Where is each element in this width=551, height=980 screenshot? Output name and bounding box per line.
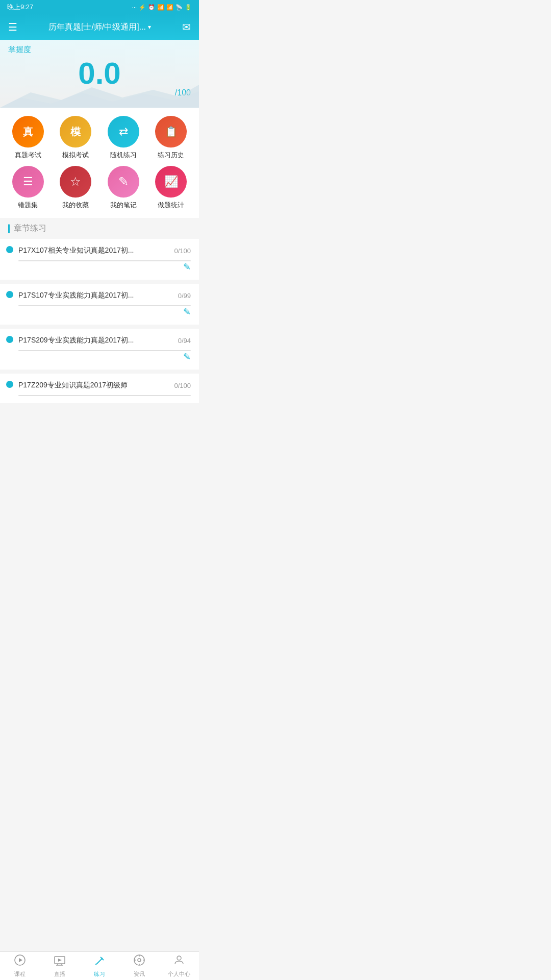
- random-practice-label: 随机练习: [110, 151, 137, 160]
- practice-history-label: 练习历史: [158, 151, 184, 160]
- menu-icon[interactable]: ☰: [8, 21, 17, 33]
- header-title-area[interactable]: 历年真题[士/师/中级通用]... ▾: [48, 22, 151, 33]
- wifi-icon: 📡: [176, 4, 183, 11]
- action-mock-exam[interactable]: 模 模拟考试: [52, 116, 100, 160]
- signal2-icon: 📶: [166, 4, 173, 11]
- list-count-3: 0/94: [178, 337, 191, 345]
- list-top-1: P17X107相关专业知识真题2017初... 0/100: [18, 246, 191, 255]
- favorites-label: 我的收藏: [62, 201, 89, 210]
- signal1-icon: 📶: [157, 4, 164, 11]
- separator-1: [0, 280, 199, 284]
- alarm-icon: ⏰: [148, 4, 155, 11]
- action-wrong-set[interactable]: ☰ 错题集: [4, 166, 52, 210]
- edit-icon-1[interactable]: ✎: [183, 261, 191, 273]
- wrong-set-icon: ☰: [12, 166, 44, 198]
- list-top-4: P17Z209专业知识真题2017初级师 0/100: [18, 381, 191, 390]
- status-bar: 晚上9:27 ··· ⚡ ⏰ 📶 📶 📡 🔋: [0, 0, 199, 14]
- list-bottom-1: ✎: [18, 261, 191, 273]
- list-progress-4: [18, 395, 191, 396]
- list-item-wrapper-4: P17Z209专业知识真题2017初级师 0/100: [0, 374, 199, 403]
- action-notes[interactable]: ✎ 我的笔记: [99, 166, 147, 210]
- list-dot-3: [6, 336, 13, 343]
- list-body-3: P17S209专业实践能力真题2017初... 0/94 ✎: [18, 336, 191, 362]
- real-exam-label: 真题考试: [15, 151, 41, 160]
- list-top-2: P17S107专业实践能力真题2017初... 0/99: [18, 291, 191, 300]
- score-value: 0.0: [8, 57, 191, 90]
- chapter-section-header: 章节练习: [0, 218, 199, 239]
- edit-icon-2[interactable]: ✎: [183, 306, 191, 317]
- stats-label: 做题统计: [158, 201, 184, 210]
- list-title-3: P17S209专业实践能力真题2017初...: [18, 336, 174, 345]
- battery-icon: 🔋: [185, 4, 192, 11]
- list-item-3[interactable]: P17S209专业实践能力真题2017初... 0/94 ✎: [0, 329, 199, 370]
- score-section: 掌握度 0.0 /100: [0, 40, 199, 108]
- list-count-2: 0/99: [178, 292, 191, 300]
- list-item-1[interactable]: P17X107相关专业知识真题2017初... 0/100 ✎: [0, 239, 199, 280]
- action-practice-history[interactable]: 📋 练习历史: [147, 116, 195, 160]
- real-exam-icon: 真: [12, 116, 44, 148]
- status-time: 晚上9:27: [7, 3, 33, 12]
- mock-exam-icon: 模: [60, 116, 91, 148]
- header-title-text: 历年真题[士/师/中级通用]...: [48, 22, 146, 33]
- score-label: 掌握度: [8, 45, 191, 55]
- actions-grid: 真 真题考试 模 模拟考试 ⇄ 随机练习 📋 练习历史: [4, 116, 195, 210]
- stats-icon: 📈: [155, 166, 187, 198]
- mock-exam-label: 模拟考试: [62, 151, 89, 160]
- list-count-4: 0/100: [174, 382, 191, 389]
- list-bottom-2: ✎: [18, 306, 191, 317]
- notes-label: 我的笔记: [110, 201, 137, 210]
- chapter-section-label: 章节练习: [14, 223, 46, 234]
- action-stats[interactable]: 📈 做题统计: [147, 166, 195, 210]
- list-title-1: P17X107相关专业知识真题2017初...: [18, 246, 170, 255]
- dots-icon: ···: [132, 4, 137, 10]
- list-item-wrapper-3: P17S209专业实践能力真题2017初... 0/94 ✎: [0, 329, 199, 370]
- list-title-4: P17Z209专业知识真题2017初级师: [18, 381, 170, 390]
- status-icons: ··· ⚡ ⏰ 📶 📶 📡 🔋: [132, 4, 192, 11]
- list-dot-4: [6, 381, 13, 388]
- list-bottom-3: ✎: [18, 351, 191, 362]
- separator-3: [0, 370, 199, 374]
- separator-2: [0, 325, 199, 329]
- actions-section: 真 真题考试 模 模拟考试 ⇄ 随机练习 📋 练习历史: [0, 108, 199, 218]
- edit-icon-3[interactable]: ✎: [183, 351, 191, 362]
- notes-icon: ✎: [108, 166, 139, 198]
- header: ☰ 历年真题[士/师/中级通用]... ▾ ✉: [0, 14, 199, 40]
- list-dot-1: [6, 246, 13, 253]
- action-real-exam[interactable]: 真 真题考试: [4, 116, 52, 160]
- favorites-icon: ☆: [60, 166, 91, 198]
- list-body-4: P17Z209专业知识真题2017初级师 0/100: [18, 381, 191, 396]
- list-body-2: P17S107专业实践能力真题2017初... 0/99 ✎: [18, 291, 191, 317]
- list-item-2[interactable]: P17S107专业实践能力真题2017初... 0/99 ✎: [0, 284, 199, 325]
- chevron-down-icon: ▾: [148, 23, 151, 31]
- practice-history-icon: 📋: [155, 116, 187, 148]
- list-top-3: P17S209专业实践能力真题2017初... 0/94: [18, 336, 191, 345]
- list-count-1: 0/100: [174, 247, 191, 255]
- random-practice-icon: ⇄: [108, 116, 139, 148]
- list-item-wrapper-1: P17X107相关专业知识真题2017初... 0/100 ✎: [0, 239, 199, 280]
- list-item-wrapper-2: P17S107专业实践能力真题2017初... 0/99 ✎: [0, 284, 199, 325]
- list-item-4[interactable]: P17Z209专业知识真题2017初级师 0/100: [0, 374, 199, 403]
- list-body-1: P17X107相关专业知识真题2017初... 0/100 ✎: [18, 246, 191, 273]
- list-dot-2: [6, 291, 13, 298]
- action-random-practice[interactable]: ⇄ 随机练习: [99, 116, 147, 160]
- mail-icon[interactable]: ✉: [182, 21, 191, 33]
- wrong-set-label: 错题集: [18, 201, 38, 210]
- action-favorites[interactable]: ☆ 我的收藏: [52, 166, 100, 210]
- section-header-bar: [8, 224, 10, 233]
- list-title-2: P17S107专业实践能力真题2017初...: [18, 291, 174, 300]
- bluetooth-icon: ⚡: [139, 4, 146, 11]
